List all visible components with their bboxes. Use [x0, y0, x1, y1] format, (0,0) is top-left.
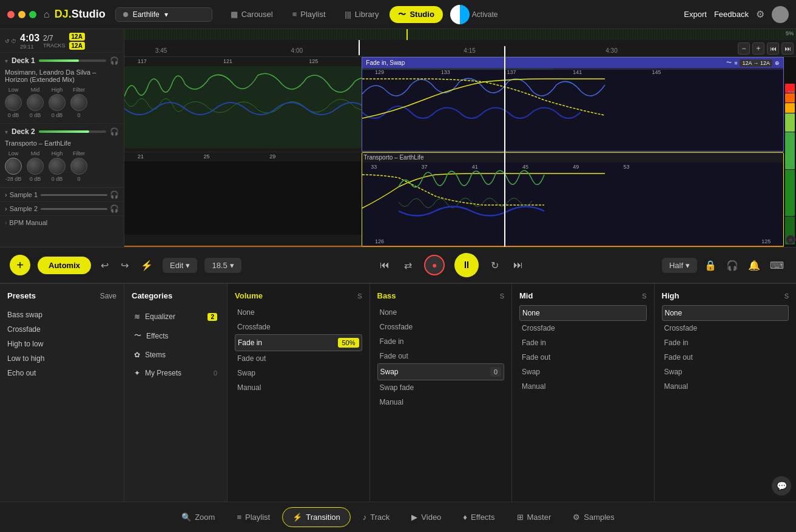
redo-button[interactable]: ↪ — [118, 257, 131, 274]
bottom-tab-playlist[interactable]: ≡ Playlist — [227, 508, 280, 527]
deck-2-filter-knob-control[interactable] — [70, 158, 87, 175]
volume-s-button[interactable]: S — [357, 292, 362, 300]
preset-item-bass-swap[interactable]: Bass swap — [7, 308, 116, 322]
sample-2-chevron[interactable]: › — [5, 205, 7, 212]
tab-carousel[interactable]: ▦ Carousel — [222, 6, 282, 23]
deck-2-volume-bar[interactable] — [39, 130, 106, 133]
tab-studio[interactable]: 〜 Studio — [390, 6, 442, 23]
mid-fade-in[interactable]: Fade in — [519, 335, 647, 350]
deck-2-high-knob-control[interactable] — [49, 158, 66, 175]
bottom-tab-zoom[interactable]: 🔍 Zoom — [172, 508, 224, 527]
automix-button[interactable]: Automix — [38, 257, 91, 274]
high-s-button[interactable]: S — [784, 292, 789, 300]
deck-2-headphone-icon[interactable]: 🎧 — [110, 127, 119, 136]
fullscreen-button[interactable] — [29, 11, 36, 18]
lock-button[interactable]: 🔒 — [702, 257, 719, 274]
preset-selector[interactable]: Earthlife ▾ — [115, 7, 212, 22]
bass-crossfade[interactable]: Crossfade — [377, 320, 505, 334]
deck-1-mid-knob-control[interactable] — [27, 94, 44, 111]
deck-2-low-knob-control[interactable] — [5, 158, 22, 175]
rewind-button[interactable]: ⏮ — [767, 42, 779, 55]
mid-manual[interactable]: Manual — [519, 379, 647, 394]
volume-crossfade[interactable]: Crossfade — [235, 320, 362, 334]
half-selector[interactable]: Half ▾ — [662, 258, 697, 273]
mid-s-button[interactable]: S — [642, 292, 646, 300]
category-equalizer[interactable]: ≋ Equalizer 2 — [132, 308, 220, 326]
keyboard-button[interactable]: ⌨ — [767, 257, 786, 274]
category-my-presets[interactable]: ✦ My Presets 0 — [132, 364, 220, 382]
bass-s-button[interactable]: S — [500, 292, 504, 300]
bpm-manual-row[interactable]: › BPM Manual — [0, 215, 124, 229]
activate-button[interactable]: Activate — [472, 10, 498, 19]
deck-1-high-knob-control[interactable] — [49, 94, 66, 111]
category-stems[interactable]: ✿ Stems — [132, 346, 220, 364]
loop-button[interactable]: ↻ — [488, 257, 501, 274]
transition-zoom-icon[interactable]: ⊕ — [775, 60, 780, 66]
sample-1-bar[interactable] — [41, 194, 107, 196]
high-fade-in[interactable]: Fade in — [662, 335, 789, 350]
volume-none[interactable]: None — [235, 305, 362, 320]
undo-button[interactable]: ↩ — [98, 257, 111, 274]
preset-item-high-to-low[interactable]: High to low — [7, 337, 116, 351]
bottom-tab-samples[interactable]: ⚙ Samples — [563, 508, 624, 527]
bpm-selector[interactable]: 18.5 ▾ — [204, 258, 241, 273]
bass-fade-in[interactable]: Fade in — [377, 334, 505, 349]
sample-2-headphone[interactable]: 🎧 — [110, 204, 119, 213]
fast-forward-button[interactable]: ⏭ — [781, 42, 794, 55]
volume-manual[interactable]: Manual — [235, 380, 362, 395]
high-fade-out[interactable]: Fade out — [662, 350, 789, 365]
deck-1-headphone-icon[interactable]: 🎧 — [110, 56, 119, 65]
high-crossfade[interactable]: Crossfade — [662, 321, 789, 335]
high-swap[interactable]: Swap — [662, 365, 789, 379]
play-pause-button[interactable]: ⏸ — [454, 253, 479, 277]
headphone-monitor-button[interactable]: 🎧 — [724, 257, 741, 274]
vu-knob[interactable]: ○ — [786, 235, 795, 244]
shuffle-button[interactable]: ⇄ — [402, 257, 414, 274]
export-button[interactable]: Export — [684, 10, 707, 19]
sample-1-headphone[interactable]: 🎧 — [110, 190, 119, 199]
high-none[interactable]: None — [662, 305, 789, 321]
bass-manual[interactable]: Manual — [377, 395, 505, 409]
user-avatar[interactable] — [772, 6, 789, 23]
volume-fade-in[interactable]: Fade in 50% — [235, 334, 362, 351]
bottom-tab-transition[interactable]: ⚡ Transition — [282, 507, 351, 527]
preset-item-echo-out[interactable]: Echo out — [7, 366, 116, 380]
bass-none[interactable]: None — [377, 305, 505, 320]
overview-bar[interactable]: 5% — [124, 29, 796, 40]
track-2-main-block[interactable]: Transporto – EarthLife — [362, 152, 784, 247]
mid-fade-out[interactable]: Fade out — [519, 350, 647, 365]
chat-button[interactable]: 💬 — [772, 476, 791, 496]
home-button[interactable]: ⌂ — [44, 9, 50, 20]
feedback-button[interactable]: Feedback — [714, 10, 749, 19]
add-button[interactable]: + — [10, 255, 30, 275]
bottom-tab-master[interactable]: ⊞ Master — [507, 508, 561, 527]
transition-menu-icon[interactable]: ≡ — [734, 60, 737, 66]
minimize-button[interactable] — [18, 11, 25, 18]
deck-1-filter-knob-control[interactable] — [70, 94, 87, 111]
volume-swap[interactable]: Swap — [235, 366, 362, 380]
volume-fade-out[interactable]: Fade out — [235, 351, 362, 366]
save-preset-button[interactable]: Save — [100, 292, 116, 300]
bottom-tab-track[interactable]: ♪ Track — [353, 508, 400, 527]
deck-1-low-knob-control[interactable] — [5, 94, 22, 111]
bass-fade-out[interactable]: Fade out — [377, 349, 505, 363]
sample-1-chevron[interactable]: › — [5, 191, 7, 198]
notification-button[interactable]: 🔔 — [746, 257, 763, 274]
zoom-in-button[interactable]: + — [752, 42, 764, 55]
deck-1-volume-bar[interactable] — [39, 59, 106, 62]
high-manual[interactable]: Manual — [662, 379, 789, 394]
waveform-view-icon[interactable]: 〜 — [726, 59, 732, 67]
tab-playlist[interactable]: ≡ Playlist — [284, 6, 334, 23]
edit-button[interactable]: Edit ▾ — [163, 258, 197, 273]
record-button[interactable]: ● — [424, 255, 445, 275]
preset-item-crossfade[interactable]: Crossfade — [7, 322, 116, 337]
mid-crossfade[interactable]: Crossfade — [519, 321, 647, 335]
next-track-button[interactable]: ⏭ — [511, 257, 525, 273]
deck-2-mid-knob-control[interactable] — [27, 158, 44, 175]
bass-swap-fade[interactable]: Swap fade — [377, 380, 505, 395]
settings-icon[interactable]: ⚙ — [756, 8, 764, 20]
bottom-tab-video[interactable]: ▶ Video — [402, 508, 451, 527]
preset-item-low-to-high[interactable]: Low to high — [7, 351, 116, 366]
timeline-ruler[interactable]: − + ⏮ ⏭ 3:45 4:00 4:15 4:30 — [124, 40, 796, 57]
bottom-tab-effects[interactable]: ♦ Effects — [453, 508, 504, 527]
